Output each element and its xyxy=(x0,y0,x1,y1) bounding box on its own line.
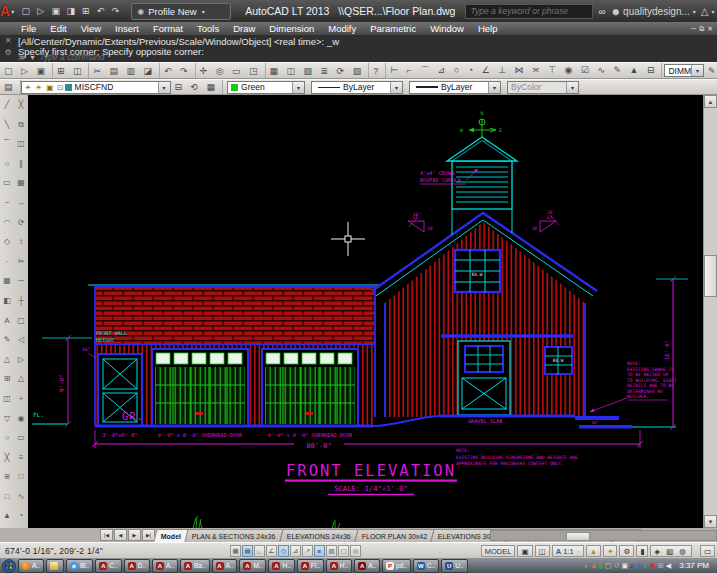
taskbar-button-acad-5[interactable]: AA.. xyxy=(212,559,238,573)
exchange-apps-button[interactable]: △ ▾ xyxy=(701,6,715,17)
tab-model[interactable]: Model xyxy=(153,529,188,542)
tray-icon-6[interactable]: ▣ xyxy=(621,561,628,570)
status-extra-icons[interactable]: ◈ ▧ ◍ xyxy=(650,545,692,557)
toolbar-lock-icon[interactable]: ▮ xyxy=(636,545,648,557)
autocad-logo-icon[interactable]: A ▾ xyxy=(0,1,14,21)
layer-tools-icons[interactable]: ⊟ ⟲ ▦ xyxy=(171,80,224,94)
menu-modify[interactable]: Modify xyxy=(321,23,363,34)
start-button[interactable] xyxy=(2,559,16,573)
file-toolbar-icons[interactable]: ▢ ▷ ▣ xyxy=(0,63,53,78)
search-input[interactable] xyxy=(465,4,593,19)
taskbar-button-acrobat[interactable]: AA.. xyxy=(354,559,380,573)
grid-toggle[interactable]: ▤ xyxy=(242,545,253,557)
horizontal-scrollbar-thumb[interactable] xyxy=(566,532,590,541)
otrack-toggle[interactable]: ⊿ xyxy=(290,545,301,557)
taskbar-button-acad-9[interactable]: AH.. xyxy=(326,559,352,573)
tray-icon-1[interactable]: ● xyxy=(584,561,588,570)
menu-view[interactable]: View xyxy=(74,23,108,34)
linetype-dropdown[interactable]: ByLayer ▾ xyxy=(311,81,403,94)
menu-help[interactable]: Help xyxy=(471,23,505,34)
draw-toolbar[interactable]: ╱ ╲ ⌒ ○ ▭ ~ ◠ ◇ · ▦ ◧ A ✎ △ ⊞ ◫ ▽ ○ ╳ ≋ … xyxy=(0,95,14,528)
taskbar-button-word[interactable]: WC.. xyxy=(413,559,439,573)
taskbar-button-acad-4[interactable]: ABa.. xyxy=(180,559,210,573)
zoom-pan-toolbar-icons[interactable]: ✛ ◎ ▭ ◳ xyxy=(196,63,266,78)
taskbar-button-acad-7[interactable]: AH.. xyxy=(268,559,294,573)
help-toolbar-icon[interactable]: ? xyxy=(369,63,386,78)
tab-prev-button[interactable]: ◀ xyxy=(114,529,127,541)
edit-toolbar-icons[interactable]: ✂ ▤ ▥ ◪ xyxy=(89,63,160,78)
menu-insert[interactable]: Insert xyxy=(108,23,146,34)
tray-icon-8[interactable]: ❖ xyxy=(636,561,642,570)
drawing-canvas[interactable]: N W E S 4'x4' CROWN ROOFED CUPOLA 12 10 … xyxy=(28,95,703,528)
menu-file[interactable]: File xyxy=(14,23,43,34)
search-binoculars-icon[interactable]: ∞ xyxy=(598,6,605,17)
command-wrench-icon[interactable]: ⚙ xyxy=(2,48,14,57)
taskbar-clock[interactable]: 3:37 PM xyxy=(671,561,717,570)
doc-close-button[interactable]: ✕ xyxy=(707,25,713,33)
scroll-up-icon[interactable]: ▲ xyxy=(704,95,717,108)
palettes-toolbar-icons[interactable]: ▦ ◫ ▧ ≣ ⟳ ▨ xyxy=(266,63,370,78)
doc-restore-button[interactable]: ⧉ xyxy=(699,25,704,33)
color-dropdown[interactable]: Green ▾ xyxy=(227,81,305,94)
menu-edit[interactable]: Edit xyxy=(43,23,73,34)
taskbar-button-acad-3[interactable]: AA.. xyxy=(152,559,178,573)
command-close-icon[interactable]: ✕ xyxy=(2,36,14,45)
snap-toggle[interactable]: ▦ xyxy=(230,545,241,557)
open-icon[interactable]: ▷ xyxy=(33,4,48,18)
tray-icon-5[interactable]: ↺ xyxy=(614,561,620,570)
menu-draw[interactable]: Draw xyxy=(226,23,262,34)
osnap-toggle[interactable]: ◇ xyxy=(278,545,289,557)
redo-icon[interactable]: ↷ xyxy=(108,4,123,18)
tray-icon-9[interactable]: ● xyxy=(644,561,648,570)
dim-edit-icon[interactable]: ✎ xyxy=(704,63,717,78)
menu-tools[interactable]: Tools xyxy=(190,23,226,34)
command-dropdown-icon[interactable]: ▾ xyxy=(30,53,34,62)
quick-view-drawings-icon[interactable]: ▣ xyxy=(517,545,532,557)
quick-properties-toggle[interactable]: ▢ xyxy=(338,545,349,557)
doc-minimize-button[interactable]: ─ xyxy=(691,25,696,33)
horizontal-scrollbar[interactable] xyxy=(490,530,717,541)
tab-first-button[interactable]: |◀ xyxy=(100,529,113,541)
taskbar-button-acad-8[interactable]: AFl.. xyxy=(297,559,324,573)
taskbar-button-ie[interactable]: eBl.. xyxy=(66,559,93,573)
tray-icon-10[interactable]: ✱ xyxy=(650,561,656,570)
menu-format[interactable]: Format xyxy=(146,23,190,34)
tab-next-button[interactable]: ▶ xyxy=(128,529,141,541)
taskbar-button-acad-2[interactable]: AD.. xyxy=(124,559,150,573)
selection-cycling-toggle[interactable]: ◎ xyxy=(350,545,361,557)
taskbar-button-pdftool[interactable]: Ppd.. xyxy=(382,559,411,573)
command-window[interactable]: ✕ ⚙ [All/Center/Dynamic/Extents/Previous… xyxy=(0,35,717,62)
taskbar-button-acad-6[interactable]: AM.. xyxy=(239,559,266,573)
polar-toggle[interactable]: ∠ xyxy=(266,545,277,557)
lineweight-dropdown[interactable]: ByLayer ▾ xyxy=(409,81,501,94)
taskbar-button-utility[interactable]: UU.. xyxy=(441,559,467,573)
menu-dimension[interactable]: Dimension xyxy=(262,23,321,34)
status-menu-dropdown-icon[interactable]: ▾ xyxy=(695,548,698,555)
new-icon[interactable]: ▢ xyxy=(18,4,33,18)
clean-screen-button[interactable]: ▭ xyxy=(700,545,715,557)
menu-window[interactable]: Window xyxy=(423,23,471,34)
tab-floor-plan-30x42[interactable]: FLOOR PLAN 30x42 xyxy=(354,529,435,542)
annotation-scale-button[interactable]: A 1:1 ▾ xyxy=(552,545,584,557)
transparency-toggle[interactable]: ▧ xyxy=(326,545,337,557)
annotation-visibility-icon[interactable]: ▲ xyxy=(586,545,601,557)
tray-icon-4[interactable]: ▢ xyxy=(605,561,612,570)
undo-redo-toolbar-icons[interactable]: ↶ ↷ xyxy=(160,63,196,78)
layer-dropdown[interactable]: ☀ ☀ ▣ ⊡ MISCFND ▾ xyxy=(21,81,171,94)
save-as-icon[interactable]: ◨ xyxy=(63,4,78,18)
undo-icon[interactable]: ↶ xyxy=(93,4,108,18)
vertical-scrollbar[interactable]: ▲ ▼ xyxy=(703,95,717,528)
taskbar-button-firefox[interactable]: A.. xyxy=(18,559,44,573)
account-button[interactable]: ☻ qualitydesign... ▾ xyxy=(611,6,696,17)
taskbar-button-acad-1[interactable]: AC.. xyxy=(95,559,121,573)
dimension-toolbar-icons[interactable]: ⊢ ⌐ ⌒ ⊿ ○ ◔ ∠ ⊥ ⋈ ≍ ⊤ ◉ ☑ ∿ ✎ ▲ ⊟ xyxy=(386,63,662,78)
taskbar-button-explorer[interactable] xyxy=(46,559,64,573)
profile-dropdown[interactable]: ◉ Profile New ▾ xyxy=(131,3,231,20)
dyn-toggle[interactable]: ↗ xyxy=(302,545,313,557)
menu-parametric[interactable]: Parametric xyxy=(363,23,423,34)
plot-icon[interactable]: ⊞ xyxy=(78,4,93,18)
lwt-toggle[interactable]: ≡ xyxy=(314,545,325,557)
vertical-scrollbar-thumb[interactable] xyxy=(704,255,717,297)
dim-style-dropdown[interactable]: DIMM ▾ xyxy=(664,64,704,77)
workspace-gear-icon[interactable]: ⚙ xyxy=(619,545,634,557)
